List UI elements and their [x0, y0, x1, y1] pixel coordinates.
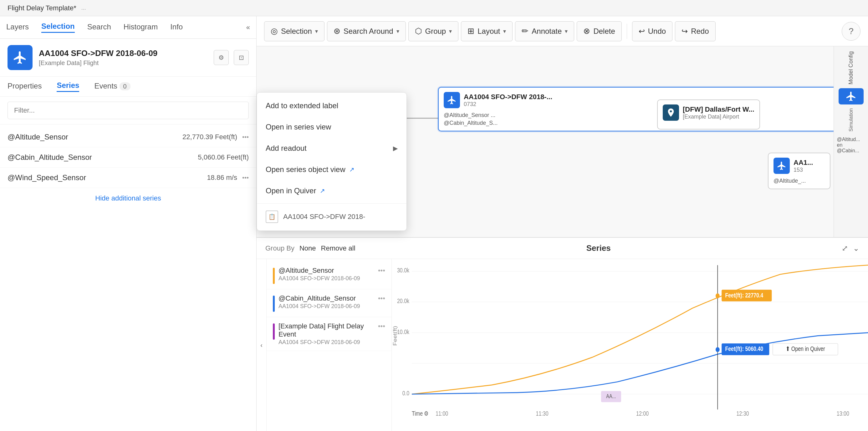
redo-button[interactable]: ↪ Redo — [675, 21, 715, 41]
ctx-ext-arrow-series-object: ↗ — [349, 166, 354, 173]
annotate-icon: ✏ — [522, 26, 528, 36]
series-value-altitude: 22,770.39 Feet(ft) — [182, 133, 237, 141]
group-icon: ⬡ — [415, 26, 422, 36]
help-button[interactable]: ? — [842, 22, 861, 41]
selection-chevron: ▾ — [315, 28, 318, 35]
collapse-button[interactable]: ⌄ — [853, 244, 859, 253]
tab-selection[interactable]: Selection — [41, 22, 75, 33]
ctx-divider — [257, 203, 406, 204]
ctx-open-series-object-view[interactable]: Open series object view ↗ — [257, 159, 406, 180]
side-node-1-icon — [845, 91, 857, 102]
event-series-more[interactable]: ••• — [378, 322, 385, 330]
search-around-button[interactable]: ⊛ Search Around ▾ — [327, 21, 406, 41]
flight-icon — [12, 50, 28, 65]
flight-series-name-2: @Cabin_Altitude_S... — [444, 120, 498, 126]
node-settings-button[interactable]: ⚙ — [214, 50, 229, 65]
altitude-series-sub: AA1004 SFO->DFW 2018-06-09 — [278, 275, 374, 282]
svg-text:⋮⋮: ⋮⋮ — [773, 292, 783, 299]
ctx-open-quiver[interactable]: Open in Quiver ↗ — [257, 180, 406, 201]
collapse-panel-button[interactable]: « — [246, 24, 250, 32]
right-sidebar: Model Config Simulation @Altitud... en @… — [834, 46, 868, 237]
ctx-add-readout[interactable]: Add readout ▶ — [257, 138, 406, 159]
tab-histogram[interactable]: Histogram — [124, 23, 158, 33]
remove-all-button[interactable]: Remove all — [321, 244, 355, 253]
event-color-bar — [273, 323, 275, 340]
ctx-clipboard-item[interactable]: 📋 AA1004 SFO->DFW 2018- — [257, 205, 406, 228]
tab-info[interactable]: Info — [170, 23, 183, 33]
simulation-label: Simulation — [848, 108, 854, 132]
series-item-cabin: @Cabin_Altitude_Sensor 5,060.06 Feet(ft) — [0, 147, 256, 168]
layout-label: Layout — [477, 27, 500, 36]
bottom-panel-title: Series — [586, 243, 611, 253]
flight-node-icon — [444, 92, 460, 108]
top-toolbar: ◎ Selection ▾ ⊛ Search Around ▾ ⬡ Group … — [256, 16, 868, 46]
expand-panel-buttons: ⤢ ⌄ — [842, 244, 859, 253]
ctx-clipboard-text: AA1004 SFO->DFW 2018- — [283, 213, 365, 221]
ctx-open-series-view[interactable]: Open in series view — [257, 117, 406, 138]
svg-text:Feet(ft): 5060.40: Feet(ft): 5060.40 — [725, 345, 763, 352]
dfw-airport-node[interactable]: [DFW] Dallas/Fort W... [Example Data] Ai… — [657, 99, 760, 130]
cabin-series-more[interactable]: ••• — [378, 294, 385, 302]
node-actions: ⚙ ⊡ — [214, 50, 249, 65]
expand-button[interactable]: ⤢ — [842, 244, 848, 253]
delete-label: Delete — [593, 27, 615, 36]
group-label: Group — [425, 27, 446, 36]
context-menu: Add to extended label Open in series vie… — [256, 92, 407, 231]
prop-tab-properties[interactable]: Properties — [7, 81, 42, 92]
right-node-1-title: AA1... — [794, 159, 813, 167]
series-more-wind[interactable]: ••• — [242, 174, 249, 181]
node-export-button[interactable]: ⊡ — [234, 50, 249, 65]
bottom-content: ‹ @Altitude_Sensor AA1004 SFO->DFW 2018-… — [256, 259, 868, 431]
cabin-series-name: @Cabin_Altitude_Sensor — [278, 294, 374, 302]
delete-button[interactable]: ⊗ Delete — [577, 21, 621, 41]
title-dots[interactable]: ... — [81, 5, 86, 11]
filter-input[interactable] — [7, 102, 249, 119]
flight-node-svg — [447, 95, 457, 105]
layout-button[interactable]: ⊞ Layout ▾ — [461, 21, 513, 41]
svg-text:Feet(ft): Feet(ft) — [392, 326, 398, 345]
ctx-arrow-readout: ▶ — [393, 144, 398, 152]
tab-layers[interactable]: Layers — [6, 23, 29, 33]
node-title-area: AA1004 SFO->DFW 2018-06-09 [Example Data… — [39, 48, 208, 67]
series-name-cabin: @Cabin_Altitude_Sensor — [7, 153, 198, 162]
series-value-cabin: 5,060.06 Feet(ft) — [198, 153, 249, 161]
svg-text:11:30: 11:30 — [536, 410, 549, 417]
chart-area[interactable]: 30.0k 20.0k 10.0k 0.0 Feet(ft) — [392, 259, 868, 431]
series-name-wind: @Wind_Speed_Sensor — [7, 173, 207, 182]
selection-label: Selection — [281, 27, 312, 36]
right-altitude-label: @Altitud... — [837, 137, 865, 142]
svg-text:12:00: 12:00 — [636, 410, 649, 417]
event-series-info: [Example Data] Flight Delay Event AA1004… — [278, 322, 374, 345]
series-sidebar-toggle[interactable]: ‹ — [256, 259, 267, 431]
svg-point-17 — [716, 347, 720, 352]
side-node-1[interactable] — [839, 88, 864, 104]
cabin-series-info: @Cabin_Altitude_Sensor AA1004 SFO->DFW 2… — [278, 294, 374, 310]
prop-tab-series[interactable]: Series — [57, 81, 79, 92]
altitude-series-more[interactable]: ••• — [378, 266, 385, 275]
left-panel: Layers Selection Search Histogram Info «… — [0, 16, 256, 431]
search-around-icon: ⊛ — [334, 26, 340, 36]
tab-search[interactable]: Search — [87, 23, 111, 33]
flight-series-1: @Altitude_Sensor ... 22,770.39 — [444, 112, 868, 119]
title-bar: Flight Delay Template* ... — [0, 0, 868, 16]
right-flight-node-1[interactable]: AA1... 153 @Altitude_... — [768, 153, 831, 189]
flight-titles: AA1004 SFO->DFW 2018-... 0732 — [464, 93, 552, 108]
series-more-altitude[interactable]: ••• — [242, 134, 249, 141]
cabin-series-sub: AA1004 SFO->DFW 2018-06-09 — [278, 303, 374, 310]
selection-button[interactable]: ◎ Selection ▾ — [264, 21, 324, 41]
flight-series-2: @Cabin_Altitude_S... 5,060.06 — [444, 120, 868, 126]
group-by-value[interactable]: None — [300, 244, 316, 253]
ctx-label-add-extended: Add to extended label — [266, 101, 338, 110]
tab-bar: Layers Selection Search Histogram Info « — [0, 16, 256, 39]
hide-additional-series[interactable]: Hide additional series — [0, 188, 256, 209]
annotate-button[interactable]: ✏ Annotate ▾ — [515, 21, 574, 41]
flight-node[interactable]: 1 AA1004 SFO->DFW 2018-... 0732 @Altitud… — [438, 87, 868, 131]
ctx-add-extended-label[interactable]: Add to extended label — [257, 95, 406, 117]
prop-tab-events[interactable]: Events 0 — [94, 81, 130, 92]
layout-icon: ⊞ — [467, 26, 474, 36]
annotate-chevron: ▾ — [565, 28, 568, 35]
altitude-series-name: @Altitude_Sensor — [278, 266, 374, 275]
undo-button[interactable]: ↩ Undo — [632, 21, 673, 41]
group-button[interactable]: ⬡ Group ▾ — [408, 21, 459, 41]
ctx-ext-arrow-quiver: ↗ — [320, 187, 325, 195]
